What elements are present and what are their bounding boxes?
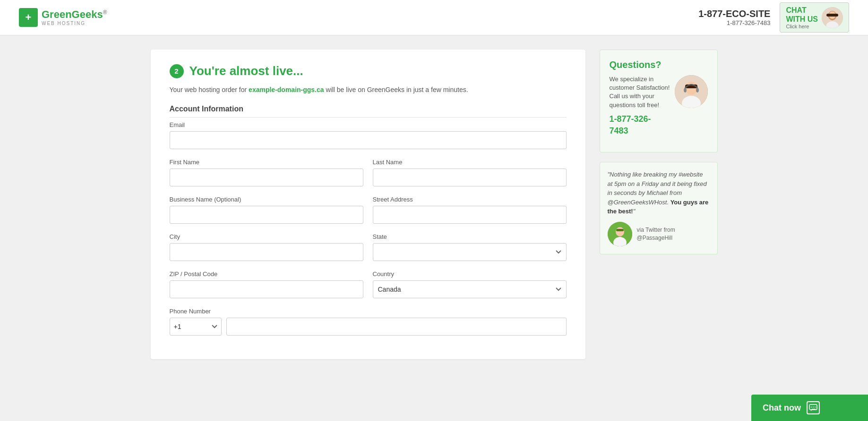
chat-sub: Click here [786, 24, 818, 29]
logo-name: GreenGeeks® [42, 9, 107, 20]
first-name-input[interactable] [170, 168, 363, 186]
questions-box: Questions? We specialize in customer Sat… [600, 50, 718, 152]
testimonial-bold: You guys are the best! [608, 199, 709, 215]
testimonial-avatar [608, 222, 632, 246]
section-label: Account Information [170, 105, 567, 118]
header-chat-banner[interactable]: CHAT WITH US Click here [780, 2, 849, 33]
email-input[interactable] [170, 131, 567, 149]
street-label: Street Address [373, 196, 567, 203]
business-street-row: Business Name (Optional) Street Address [170, 196, 567, 224]
logo-icon: + [19, 8, 38, 27]
header-chat-text: CHAT WITH US Click here [786, 6, 818, 29]
domain-link[interactable]: example-domain-ggs.ca [249, 86, 324, 93]
testimonial-attribution: via Twitter from @PassageHill [637, 226, 675, 242]
country-select[interactable]: Canada United States [373, 280, 567, 298]
city-group: City [170, 233, 363, 261]
chat-bubble-icon [809, 404, 817, 412]
avatar-icon [822, 7, 843, 28]
zip-input[interactable] [170, 280, 363, 298]
chat-line2: WITH US [786, 15, 818, 24]
header-right: 1-877-ECO-SITE 1-877-326-7483 CHAT WITH … [698, 2, 849, 33]
support-text: We specialize in customer Satisfaction! … [610, 75, 670, 137]
last-name-group: Last Name [373, 159, 567, 186]
header-chat-avatar [822, 7, 843, 28]
svg-point-17 [813, 407, 814, 408]
phone-code-select[interactable]: +1 [170, 318, 222, 336]
attribution-line2: @PassageHill [637, 234, 675, 242]
logo-green: Green [42, 8, 72, 20]
testimonial-text: "Nothing like breaking my #website at 5p… [608, 170, 710, 216]
city-input[interactable] [170, 243, 363, 261]
name-row: First Name Last Name [170, 159, 567, 186]
domain-msg-suffix: will be live on GreenGeeks in just a few… [324, 86, 468, 93]
testimonial-author: via Twitter from @PassageHill [608, 222, 710, 246]
chat-line1: CHAT [786, 6, 818, 15]
business-label: Business Name (Optional) [170, 196, 363, 203]
svg-rect-4 [826, 14, 838, 17]
svg-point-18 [815, 407, 816, 408]
questions-support: We specialize in customer Satisfaction! … [610, 75, 708, 137]
last-name-input[interactable] [373, 168, 567, 186]
header-phone: 1-877-ECO-SITE 1-877-326-7483 [698, 8, 770, 26]
form-section: 2 You're almost live... Your web hosting… [151, 50, 585, 359]
street-group: Street Address [373, 196, 567, 224]
support-phone: 1-877-326-7483 [610, 113, 670, 137]
step-badge: 2 [170, 64, 184, 78]
domain-msg-prefix: Your web hosting order for [170, 86, 249, 93]
sidebar: Questions? We specialize in customer Sat… [600, 50, 718, 359]
step-title: You're almost live... [189, 64, 303, 78]
chat-widget-label: Chat now [763, 403, 801, 413]
testimonial-avatar-icon [608, 222, 632, 246]
street-input[interactable] [373, 206, 567, 224]
business-group: Business Name (Optional) [170, 196, 363, 224]
first-name-group: First Name [170, 159, 363, 186]
domain-message: Your web hosting order for example-domai… [170, 86, 567, 93]
phone-number-input[interactable] [226, 318, 567, 336]
support-avatar-icon [675, 75, 708, 108]
country-group: Country Canada United States [373, 270, 567, 298]
phone-group: Phone Number +1 [170, 308, 567, 336]
svg-point-10 [696, 88, 699, 93]
svg-point-12 [616, 227, 624, 236]
svg-rect-14 [616, 229, 624, 231]
attribution-line1: via Twitter from [637, 226, 675, 234]
chat-widget-icon [807, 401, 820, 414]
logo: + GreenGeeks® WEB HOSTING [19, 8, 107, 27]
state-label: State [373, 233, 567, 240]
step-header: 2 You're almost live... [170, 64, 567, 78]
country-label: Country [373, 270, 567, 278]
logo-text: GreenGeeks® WEB HOSTING [42, 9, 107, 25]
phone-row: +1 [170, 318, 567, 336]
logo-sub: WEB HOSTING [42, 21, 107, 26]
testimonial-box: "Nothing like breaking my #website at 5p… [600, 162, 718, 254]
city-state-row: City State [170, 233, 567, 261]
questions-title: Questions? [610, 59, 708, 70]
support-avatar [675, 75, 708, 108]
support-text-content: We specialize in customer Satisfaction! … [610, 76, 670, 109]
first-name-label: First Name [170, 159, 363, 166]
zip-country-row: ZIP / Postal Code Country Canada United … [170, 270, 567, 298]
logo-grey: Geeks [72, 8, 103, 20]
last-name-label: Last Name [373, 159, 567, 166]
state-group: State [373, 233, 567, 261]
zip-label: ZIP / Postal Code [170, 270, 363, 278]
city-label: City [170, 233, 363, 240]
phone-label: Phone Number [170, 308, 567, 315]
chat-widget[interactable]: Chat now [751, 395, 868, 421]
svg-point-16 [811, 407, 812, 408]
zip-group: ZIP / Postal Code [170, 270, 363, 298]
state-select[interactable] [373, 243, 567, 261]
phone-main: 1-877-ECO-SITE [698, 8, 770, 19]
email-label: Email [170, 121, 567, 128]
business-input[interactable] [170, 206, 363, 224]
svg-point-9 [684, 88, 687, 93]
site-header: + GreenGeeks® WEB HOSTING 1-877-ECO-SITE… [0, 0, 868, 35]
main-layout: 2 You're almost live... Your web hosting… [103, 35, 765, 373]
email-group: Email [170, 121, 567, 149]
phone-sub: 1-877-326-7483 [698, 19, 770, 26]
